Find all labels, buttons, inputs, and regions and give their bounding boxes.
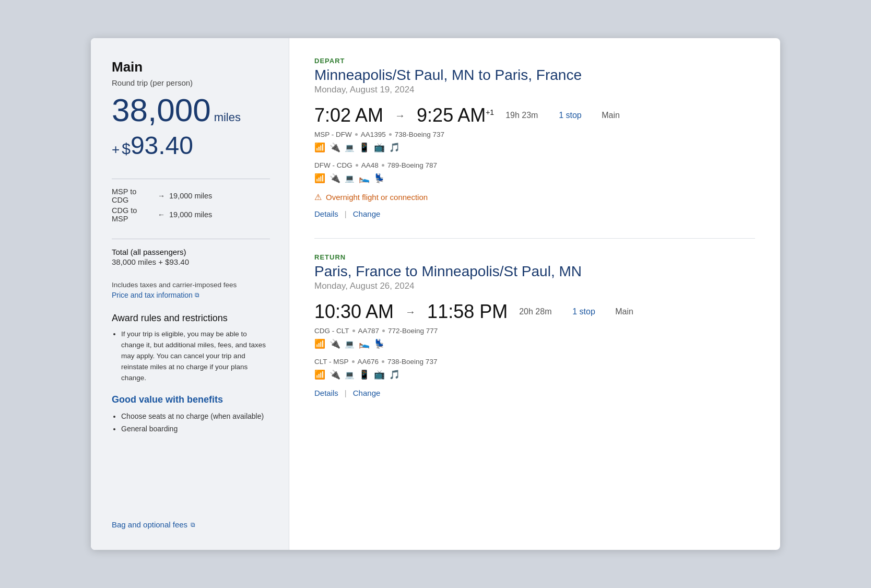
route-label-1: MSP to CDG xyxy=(112,187,154,204)
return-seg1-flight: AA787 xyxy=(358,327,380,335)
cash-row: + $ 93.40 xyxy=(112,131,270,160)
usb-icon-4: 💻 xyxy=(345,370,355,380)
miles-row: 38,000 miles xyxy=(112,92,270,128)
price-tax-link[interactable]: Price and tax information ⧉ xyxy=(112,291,270,299)
phone-icon-2: 📱 xyxy=(359,369,370,380)
good-value-title: Good value with benefits xyxy=(112,394,270,405)
depart-arrive-time: 9:25 AM+1 xyxy=(417,104,494,126)
return-cabin: Main xyxy=(615,307,633,316)
depart-seg2-route: DFW - CDG xyxy=(314,161,352,169)
bag-fees-link[interactable]: Bag and optional fees ⧉ xyxy=(112,520,270,529)
total-value: 38,000 miles + $93.40 xyxy=(112,257,270,266)
seg-dot-3 xyxy=(356,164,358,167)
seat-icon-1: 💺 xyxy=(374,173,385,184)
plan-title: Main xyxy=(112,59,270,75)
lieflat-icon-2: 🛌 xyxy=(359,338,370,349)
booking-card: Main Round trip (per person) 38,000 mile… xyxy=(91,38,780,550)
return-section: RETURN Paris, France to Minneapolis/St P… xyxy=(314,253,755,403)
depart-arrow-icon: → xyxy=(395,110,405,122)
return-route: Paris, France to Minneapolis/St Paul, MN xyxy=(314,263,755,280)
good-value-list: Choose seats at no charge (when availabl… xyxy=(112,410,270,436)
section-divider xyxy=(314,238,755,239)
route-row-2: CDG to MSP ← 19,000 miles xyxy=(112,206,270,223)
return-segment-1: CDG - CLT AA787 772-Boeing 777 📶 🔌 💻 🛌 💺 xyxy=(314,327,755,349)
usb-icon-1: 💻 xyxy=(345,143,355,152)
arrow-1: → xyxy=(158,192,165,200)
wifi-icon-4: 📶 xyxy=(314,369,325,380)
return-date: Monday, August 26, 2024 xyxy=(314,281,755,291)
good-value-item-2: General boarding xyxy=(121,423,270,436)
return-seg2-aircraft: 738-Boeing 737 xyxy=(387,358,437,366)
depart-seg2-info: DFW - CDG AA48 789-Boeing 787 xyxy=(314,161,755,169)
depart-cabin: Main xyxy=(602,111,620,120)
music-icon-2: 🎵 xyxy=(389,369,400,380)
external-link-icon: ⧉ xyxy=(195,291,199,299)
return-sep: | xyxy=(345,389,347,397)
award-rules-list: If your trip is eligible, you may be abl… xyxy=(112,329,270,384)
overnight-text: Overnight flight or connection xyxy=(326,193,428,202)
miles-word: miles xyxy=(214,111,241,124)
arrow-2: ← xyxy=(158,210,165,219)
route-label-2: CDG to MSP xyxy=(112,206,154,223)
return-seg2-amenities: 📶 🔌 💻 📱 📺 🎵 xyxy=(314,369,755,380)
wifi-icon-2: 📶 xyxy=(314,173,325,184)
depart-change-link[interactable]: Change xyxy=(353,209,381,218)
left-panel: Main Round trip (per person) 38,000 mile… xyxy=(91,38,289,550)
return-details-link[interactable]: Details xyxy=(314,389,338,397)
seg-dot-5 xyxy=(352,330,355,332)
depart-seg2-flight: AA48 xyxy=(361,161,379,169)
return-segment-2: CLT - MSP AA676 738-Boeing 737 📶 🔌 💻 📱 📺… xyxy=(314,358,755,380)
depart-date: Monday, August 19, 2024 xyxy=(314,85,755,95)
depart-superscript: +1 xyxy=(486,108,494,116)
overnight-warning: ⚠ Overnight flight or connection xyxy=(314,192,755,202)
return-tag: RETURN xyxy=(314,253,755,261)
depart-route: Minneapolis/St Paul, MN to Paris, France xyxy=(314,67,755,84)
total-section: Total (all passengers) 38,000 miles + $9… xyxy=(112,248,270,272)
power-icon-4: 🔌 xyxy=(329,369,340,380)
depart-stop-link[interactable]: 1 stop xyxy=(559,111,590,120)
price-tax-label: Price and tax information xyxy=(112,291,193,299)
depart-segment-2: DFW - CDG AA48 789-Boeing 787 📶 🔌 💻 🛌 💺 xyxy=(314,161,755,184)
seg-dot-8 xyxy=(382,360,384,363)
tv-icon-1: 📺 xyxy=(374,142,385,153)
power-icon-1: 🔌 xyxy=(329,142,340,153)
award-rules-title: Award rules and restrictions xyxy=(112,313,270,324)
miles-val-1: 19,000 miles xyxy=(169,192,212,200)
return-time-row: 10:30 AM → 11:58 PM 20h 28m 1 stop Main xyxy=(314,301,755,323)
return-seg2-flight: AA676 xyxy=(358,358,379,366)
return-seg2-route: CLT - MSP xyxy=(314,358,349,366)
depart-section: DEPART Minneapolis/St Paul, MN to Paris,… xyxy=(314,57,755,224)
dollar-sign: $ xyxy=(122,140,131,158)
return-change-link[interactable]: Change xyxy=(353,389,381,397)
miles-val-2: 19,000 miles xyxy=(169,210,212,219)
depart-duration: 19h 23m xyxy=(505,111,547,120)
return-stop-link[interactable]: 1 stop xyxy=(572,307,604,316)
depart-depart-time: 7:02 AM xyxy=(314,104,383,126)
depart-seg1-info: MSP - DFW AA1395 738-Boeing 737 xyxy=(314,131,755,138)
seg-dot-7 xyxy=(352,360,355,363)
power-icon-2: 🔌 xyxy=(329,173,340,184)
wifi-icon-1: 📶 xyxy=(314,142,325,153)
taxes-note: Includes taxes and carrier-imposed fees xyxy=(112,281,270,289)
depart-action-row: Details | Change xyxy=(314,209,755,218)
cash-amount: 93.40 xyxy=(131,131,193,160)
return-duration: 20h 28m xyxy=(519,307,561,316)
depart-details-link[interactable]: Details xyxy=(314,209,338,218)
bag-fees-ext-icon: ⧉ xyxy=(191,521,195,528)
seg-dot-4 xyxy=(382,164,384,167)
award-rule-item-1: If your trip is eligible, you may be abl… xyxy=(121,329,270,384)
divider-1 xyxy=(112,179,270,179)
plus-sign: + xyxy=(112,142,120,158)
round-trip-label: Round trip (per person) xyxy=(112,78,270,87)
return-depart-time: 10:30 AM xyxy=(314,301,394,323)
depart-seg1-aircraft: 738-Boeing 737 xyxy=(395,131,444,138)
return-seg1-route: CDG - CLT xyxy=(314,327,349,335)
seat-icon-2: 💺 xyxy=(374,338,385,349)
right-panel: DEPART Minneapolis/St Paul, MN to Paris,… xyxy=(289,38,780,550)
divider-2 xyxy=(112,239,270,239)
depart-tag: DEPART xyxy=(314,57,755,65)
return-seg2-info: CLT - MSP AA676 738-Boeing 737 xyxy=(314,358,755,366)
seg-dot-1 xyxy=(355,133,358,136)
miles-amount: 38,000 xyxy=(112,92,211,128)
return-action-row: Details | Change xyxy=(314,389,755,397)
